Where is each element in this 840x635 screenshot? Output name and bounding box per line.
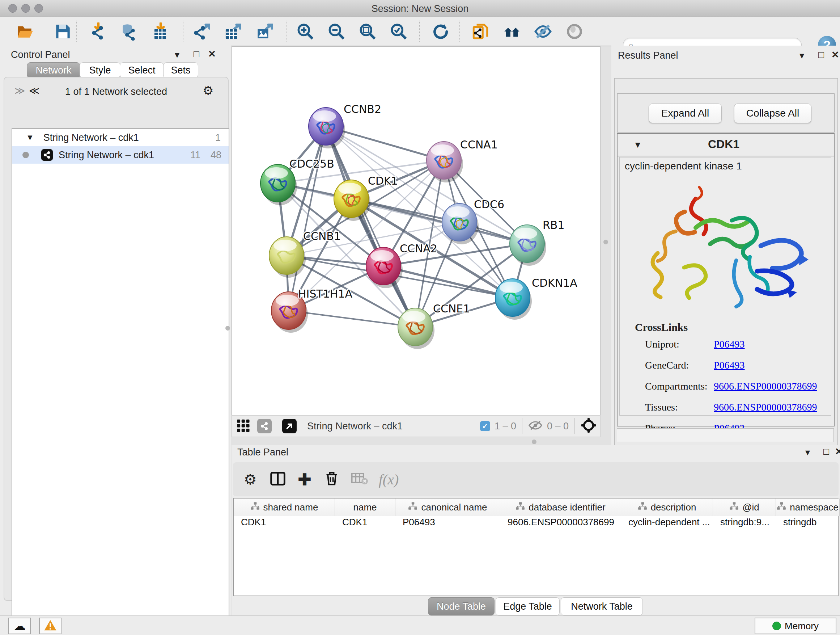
table-row[interactable]: CDK1CDK1P064939606.ENSP00000378699cyclin… xyxy=(234,516,838,528)
export-network-icon[interactable] xyxy=(192,22,210,41)
import-table-icon[interactable] xyxy=(151,22,170,41)
panel-collapse-icon[interactable]: ▾ xyxy=(799,50,804,61)
zoom-selected-icon[interactable] xyxy=(389,22,408,41)
panel-collapse-icon[interactable]: ▾ xyxy=(175,49,180,60)
tab-select[interactable]: Select xyxy=(120,62,164,78)
import-database-icon[interactable] xyxy=(119,22,138,41)
hide-selected-icon[interactable] xyxy=(534,22,553,41)
collection-name: String Network – cdk1 xyxy=(43,132,139,143)
table-toolbar: ⚙ ✚ f(x) xyxy=(233,462,838,496)
results-scroll-strip[interactable] xyxy=(617,428,834,442)
warning-status-button[interactable] xyxy=(39,618,62,634)
memory-label: Memory xyxy=(785,621,819,632)
column-tree-icon xyxy=(515,502,525,513)
table-panel: Table Panel ▾ □ ✕ ⚙ ✚ f(x) shared namena… xyxy=(232,445,840,616)
crosslink-label: Compartments: xyxy=(645,380,714,392)
node-RB1[interactable]: RB1 xyxy=(510,219,565,266)
crosslink-value-link[interactable]: P06493 xyxy=(714,339,745,350)
grid-view-icon[interactable] xyxy=(236,418,252,434)
collapse-all-button[interactable]: Collapse All xyxy=(734,103,812,123)
open-session-icon[interactable] xyxy=(16,22,35,41)
tab-style[interactable]: Style xyxy=(80,62,120,78)
selected-nodes-checkbox[interactable]: ✓ xyxy=(480,421,490,431)
column-header-shared-name[interactable]: shared name xyxy=(234,499,335,516)
birdseye-crosshair-icon[interactable] xyxy=(581,417,597,435)
crosslinks-list: Uniprot:P06493GeneCard:P06493Compartment… xyxy=(645,339,826,443)
table-panel-title: Table Panel xyxy=(237,447,288,458)
node-HIST1H1A[interactable]: HIST1H1A xyxy=(271,287,353,333)
selected-counts: 1 – 0 xyxy=(494,421,516,432)
panel-float-icon[interactable]: □ xyxy=(818,49,824,60)
node-CCNA1[interactable]: CCNA1 xyxy=(426,138,498,182)
crosslink-label: Tissues: xyxy=(645,402,714,413)
network-selection-status: 1 of 1 Network selected xyxy=(4,86,228,97)
show-columns-icon[interactable] xyxy=(270,470,286,488)
export-image-icon[interactable] xyxy=(254,22,273,41)
tab-network[interactable]: Network xyxy=(27,62,80,78)
column-header-namespace[interactable]: namespace xyxy=(776,499,840,516)
cloud-status-button[interactable]: ☁ xyxy=(8,618,31,634)
status-bar: ☁ Memory xyxy=(0,616,840,635)
network-collection-row[interactable]: ▼ String Network – cdk1 1 xyxy=(12,129,229,146)
column-tree-icon xyxy=(777,502,786,513)
right-splitter-handle[interactable] xyxy=(603,240,608,244)
horizontal-splitter-handle[interactable] xyxy=(532,440,537,444)
panel-float-icon[interactable]: □ xyxy=(194,49,199,60)
add-column-icon[interactable]: ✚ xyxy=(298,470,311,489)
tab-node-table[interactable]: Node Table xyxy=(428,597,494,616)
export-table-icon[interactable] xyxy=(223,22,241,41)
duplicate-network-icon[interactable] xyxy=(471,22,490,41)
tab-network-table[interactable]: Network Table xyxy=(561,597,643,616)
memory-button[interactable]: Memory xyxy=(755,618,836,634)
tab-sets[interactable]: Sets xyxy=(163,62,198,78)
column-header-database-identifier[interactable]: database identifier xyxy=(500,499,621,516)
zoom-fit-icon[interactable] xyxy=(358,22,377,41)
panel-close-icon[interactable]: ✕ xyxy=(208,49,216,60)
column-header-description[interactable]: description xyxy=(621,499,713,516)
crosslink-value-link[interactable]: 9606.ENSP00000378699 xyxy=(714,380,817,392)
gene-entry-header[interactable]: ▼ CDK1 xyxy=(617,134,834,157)
column-tree-icon xyxy=(729,502,739,513)
panel-close-icon[interactable]: ✕ xyxy=(835,446,840,457)
refresh-icon[interactable] xyxy=(431,22,449,41)
apply-function-icon: f(x) xyxy=(379,471,399,488)
first-neighbors-icon[interactable] xyxy=(502,22,521,41)
column-header-@id[interactable]: @id xyxy=(713,499,776,516)
results-panel: Results Panel ▾ □ ✕ Expand All Collapse … xyxy=(611,46,840,445)
expand-all-button[interactable]: Expand All xyxy=(649,103,722,123)
node-CCNB2[interactable]: CCNB2 xyxy=(309,103,381,149)
left-splitter-handle[interactable] xyxy=(225,326,230,331)
open-in-window-icon[interactable] xyxy=(282,419,297,433)
string-view-icon[interactable] xyxy=(257,419,272,433)
column-header-canonical-name[interactable]: canonical name xyxy=(395,499,500,516)
show-all-icon[interactable] xyxy=(565,22,584,41)
column-header-name[interactable]: name xyxy=(335,499,395,516)
network-canvas[interactable]: CCNB2CCNA1CDC25BCDK1CDC6RB1CCNB1CCNA2CDK… xyxy=(232,46,600,415)
panel-collapse-icon[interactable]: ▾ xyxy=(805,447,810,458)
save-session-icon[interactable] xyxy=(54,22,73,41)
network-row[interactable]: String Network – cdk1 11 48 xyxy=(12,146,229,164)
protein-structure-image xyxy=(641,177,812,315)
zoom-in-icon[interactable] xyxy=(296,22,315,41)
crosslink-value-link[interactable]: 9606.ENSP00000378699 xyxy=(714,402,817,413)
crosslink-value-link[interactable]: P06493 xyxy=(714,359,745,371)
table-settings-gear-icon[interactable]: ⚙ xyxy=(244,471,257,488)
collection-disclosure-icon[interactable]: ▼ xyxy=(26,133,34,142)
table-cell: 9606.ENSP00000378699 xyxy=(500,516,621,528)
import-network-icon[interactable] xyxy=(89,22,108,41)
zoom-out-icon[interactable] xyxy=(327,22,346,41)
panel-float-icon[interactable]: □ xyxy=(823,446,829,457)
network-tab-content: ≫ ≪ 1 of 1 Network selected ⚙ ▼ String N… xyxy=(4,77,229,601)
gene-entry: ▼ CDK1 cyclin-dependent kinase 1 xyxy=(617,133,835,426)
node-CDKN1A[interactable]: CDKN1A xyxy=(495,277,577,320)
column-label: shared name xyxy=(264,502,318,513)
delete-column-trash-icon[interactable] xyxy=(325,470,339,488)
tab-edge-table[interactable]: Edge Table xyxy=(496,597,560,616)
node-CCNE1[interactable]: CCNE1 xyxy=(398,302,470,349)
gene-disclosure-icon[interactable]: ▼ xyxy=(633,140,642,150)
network-options-gear-icon[interactable]: ⚙ xyxy=(202,83,213,98)
edge-CCNB2-HIST1H1A[interactable] xyxy=(289,126,326,310)
panel-close-icon[interactable]: ✕ xyxy=(831,49,839,60)
table-header-row: shared namenamecanonical namedatabase id… xyxy=(234,499,838,516)
node-CDC6[interactable]: CDC6 xyxy=(442,198,504,244)
